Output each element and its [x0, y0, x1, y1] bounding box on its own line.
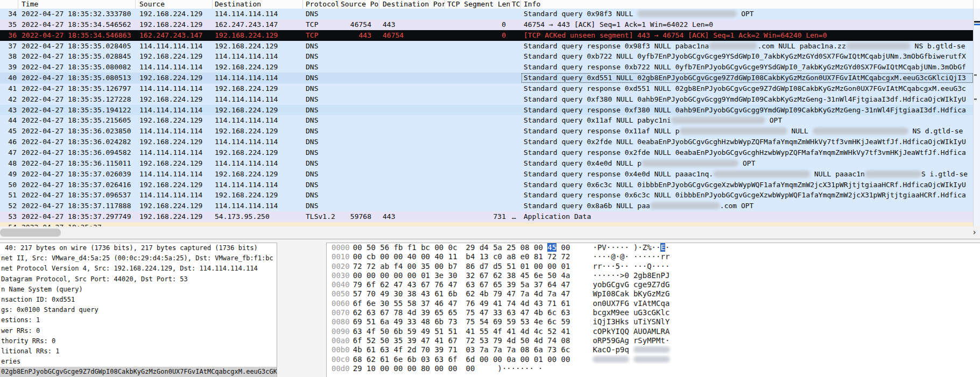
detail-line[interactable]: litional RRs: 1: [0, 346, 277, 357]
hex-row[interactable]: 00c068 62 61 6e 6b 03 63 6f6d 00 00 0a 0…: [327, 355, 980, 364]
detail-line[interactable]: eries: [0, 357, 277, 367]
hex-row[interactable]: 005057 70 49 30 38 43 61 6b62 4b 79 47 7…: [327, 289, 980, 298]
info-cell: Standard query response 0x2fde NULL 0eab…: [521, 147, 974, 158]
row-number-cell: 35: [0, 19, 18, 30]
packet-list-v-scrollbar[interactable]: [973, 9, 980, 226]
time-cell: 2022-04-27 18:35:34.546562: [18, 19, 136, 30]
tcp-segment-len-cell: [445, 94, 510, 105]
packet-row[interactable]: 432022-04-27 18:35:35.194122114.114.114.…: [0, 105, 974, 116]
packet-row[interactable]: 522022-04-27 18:35:37.117888192.168.224.…: [0, 201, 974, 211]
selected-byte: E: [660, 243, 665, 252]
redaction-blur: [680, 127, 787, 134]
column-header-destination-port[interactable]: Destination Port: [379, 0, 445, 9]
info-text: 69 51 6a 49 33 48 6b 73: [353, 317, 457, 326]
destination-cell: 114.114.114.114: [213, 51, 303, 62]
hex-ascii: iQjI3Hks: [593, 317, 629, 326]
packet-list-h-scrollbar[interactable]: ›: [0, 226, 980, 239]
column-header-source[interactable]: Source: [136, 0, 213, 9]
hex-row[interactable]: 004079 6f 62 47 43 67 76 4763 67 65 39 5…: [327, 280, 980, 289]
packet-row[interactable]: 372022-04-27 18:35:35.028405114.114.114.…: [0, 41, 974, 52]
column-header-protocol[interactable]: Protocol: [303, 0, 339, 9]
packet-row[interactable]: 422022-04-27 18:35:35.127228192.168.224.…: [0, 94, 974, 105]
detail-line[interactable]: thority RRs: 0: [0, 336, 277, 346]
packet-row[interactable]: 512022-04-27 18:35:37.096537114.114.114.…: [0, 190, 974, 201]
detail-line[interactable]: gs: 0x0100 Standard query: [0, 305, 277, 315]
hex-ascii: bKyGzMzG: [633, 289, 669, 298]
packet-row[interactable]: 452022-04-27 18:35:36.023850114.114.114.…: [0, 126, 974, 137]
info-text: 29 10 00 00 00 80 00 00: [353, 364, 457, 373]
packet-row[interactable]: 402022-04-27 18:35:35.080513192.168.224.…: [0, 73, 974, 83]
packet-row[interactable]: 492022-04-27 18:35:37.026039114.114.114.…: [0, 169, 974, 180]
hex-row[interactable]: 000000 50 56 fb f1 bc 00 0c29 d4 5a 25 0…: [327, 243, 980, 252]
info-text: 4b 61 63 4f 2d 70 39 71: [353, 345, 457, 354]
destination-port-cell: [379, 9, 445, 19]
detail-line[interactable]: nsaction ID: 0xd551: [0, 295, 277, 305]
hex-bytes: 00 50 56 fb f1 bc 00 0c: [353, 243, 457, 252]
column-header-time[interactable]: Time: [18, 0, 136, 9]
source-cell: 114.114.114.114: [136, 126, 213, 137]
hex-row[interactable]: 003000 00 00 00 00 01 3e 3032 67 62 38 4…: [327, 271, 980, 280]
packet-row[interactable]: 482022-04-27 18:35:36.115011192.168.224.…: [0, 158, 974, 169]
info-text: ·: [538, 364, 542, 373]
packet-row[interactable]: 382022-04-27 18:35:35.028845192.168.224.…: [0, 51, 974, 62]
packet-row[interactable]: 462022-04-27 18:35:36.024282192.168.224.…: [0, 137, 974, 147]
detail-line-selected[interactable]: 02gb8EnPJyobGCgvGcge9Z7dGWpI08CakbKyGzMz…: [0, 367, 277, 377]
hex-row[interactable]: 009063 4f 50 6b 59 49 51 5141 55 4f 41 4…: [327, 327, 980, 336]
column-header-no[interactable]: [0, 0, 18, 9]
packet-row[interactable]: 342022-04-27 18:35:32.333780192.168.224.…: [0, 9, 974, 19]
info-cell: Standard query 0x4e0d NULL p OPT: [521, 158, 974, 169]
hex-row[interactable]: 002072 72 ab f4 00 35 00 b786 d7 d5 51 0…: [327, 262, 980, 271]
hex-row[interactable]: 008069 51 6a 49 33 48 6b 7375 54 69 59 5…: [327, 317, 980, 326]
time-cell: 2022-04-27 18:35:36.115011: [18, 158, 136, 169]
hex-row[interactable]: 007062 63 67 78 4d 39 65 6575 47 33 63 4…: [327, 308, 980, 317]
packet-row[interactable]: 362022-04-27 18:35:34.546863162.247.243.…: [0, 30, 974, 41]
hex-row[interactable]: 00a06f 52 50 35 39 47 41 6772 53 79 4d 5…: [327, 336, 980, 345]
hex-row[interactable]: 001000 cb 00 00 40 00 40 11b4 13 c0 a8 e…: [327, 252, 980, 261]
hex-bytes: 76 49 41 74 4d 43 71 61: [466, 299, 570, 308]
column-header-tcp-segment-len[interactable]: TCP Segment Len: [445, 0, 510, 9]
redaction-blur: [713, 170, 810, 177]
column-header-source-port[interactable]: Source Port: [339, 0, 379, 9]
info-cell: Standard query 0x11af NULL pabyc1ni OPT: [521, 115, 974, 126]
time-cell: 2022-04-27 18:35:36.094582: [18, 147, 136, 158]
hex-row[interactable]: 00b04b 61 63 4f 2d 70 39 7103 7a 7a 7a 0…: [327, 345, 980, 354]
detail-line[interactable]: estions: 1: [0, 315, 277, 325]
detail-line[interactable]: n Name System (query): [0, 284, 277, 295]
info-text: .com NULL pabac1na.zz: [757, 42, 845, 50]
info-text: Standard query response 0xf380 NULL 0ahb…: [524, 106, 966, 114]
source-port-cell: [339, 201, 379, 211]
packet-row[interactable]: 352022-04-27 18:35:34.546562192.168.224.…: [0, 19, 974, 30]
packet-row[interactable]: 532022-04-27 18:35:37.297749192.168.224.…: [0, 211, 974, 222]
partial-row-cell: 2022-04-27 18:35:37: [18, 222, 136, 226]
packet-row[interactable]: 442022-04-27 18:35:35.215605192.168.224.…: [0, 115, 974, 126]
detail-line[interactable]: wer RRs: 0: [0, 326, 277, 336]
packet-row[interactable]: 412022-04-27 18:35:35.126797114.114.114.…: [0, 83, 974, 94]
info-text: on0UX7FG: [593, 299, 629, 308]
column-header-info[interactable]: Info: [521, 0, 974, 9]
source-port-cell: [339, 73, 379, 83]
tc-cell: [510, 190, 521, 201]
detail-line[interactable]: net Protocol Version 4, Src: 192.168.224…: [0, 264, 277, 274]
packet-row[interactable]: 392022-04-27 18:35:35.080082114.114.114.…: [0, 62, 974, 73]
column-header-destination[interactable]: Destination: [213, 0, 303, 9]
packet-row[interactable]: 502022-04-27 18:35:37.026416192.168.224.…: [0, 180, 974, 190]
info-text: Standard query response 0xd551 NULL 02gb…: [524, 84, 966, 93]
protocol-cell: DNS: [303, 83, 339, 94]
info-text: .com OPT: [720, 202, 754, 210]
detail-line[interactable]: Datagram Protocol, Src Port: 44020, Dst …: [0, 274, 277, 284]
h-scrollbar-thumb[interactable]: [0, 229, 61, 237]
hex-row[interactable]: 00d029 10 00 00 00 80 00 0000)········: [327, 364, 980, 373]
hex-ascii: [633, 345, 670, 354]
packet-row-partial[interactable]: 542022-04-27 18:35:37: [0, 222, 974, 226]
detail-line[interactable]: net II, Src: VMware_d4:5a:25 (00:0c:29:d…: [0, 253, 277, 264]
tcp-segment-len-cell: 0: [445, 30, 510, 41]
source-port-cell: [339, 158, 379, 169]
detail-line[interactable]: 40: 217 bytes on wire (1736 bits), 217 b…: [0, 243, 277, 253]
column-header-tc[interactable]: TC: [510, 0, 521, 9]
tc-cell: [510, 180, 521, 190]
packet-row[interactable]: 472022-04-27 18:35:36.094582114.114.114.…: [0, 147, 974, 158]
hex-row[interactable]: 00606f 6e 30 55 58 37 46 4776 49 41 74 4…: [327, 299, 980, 308]
destination-port-cell: [379, 41, 445, 52]
scroll-right-icon[interactable]: ›: [972, 226, 977, 239]
info-text: 63 4f 50 6b 59 49 51 51: [353, 327, 457, 336]
